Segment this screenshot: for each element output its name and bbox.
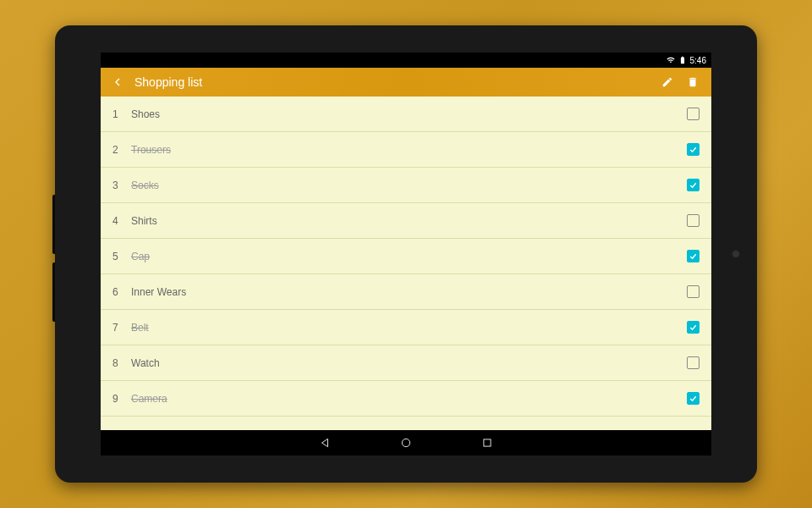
- status-bar: 5:46: [101, 52, 711, 68]
- status-time: 5:46: [690, 56, 706, 65]
- list-item[interactable]: 1Shoes: [101, 97, 711, 132]
- item-checkbox[interactable]: [687, 356, 700, 369]
- item-checkbox[interactable]: [687, 285, 700, 298]
- item-number: 6: [112, 286, 128, 298]
- check-icon: [689, 251, 698, 261]
- check-icon: [689, 394, 698, 403]
- trash-icon: [687, 76, 699, 88]
- chevron-left-icon: [111, 75, 124, 89]
- item-checkbox[interactable]: [687, 143, 700, 156]
- item-checkbox[interactable]: [687, 108, 700, 120]
- svg-rect-2: [484, 439, 491, 446]
- app-bar: Shopping list: [101, 68, 711, 97]
- circle-home-icon: [400, 437, 412, 449]
- item-number: 7: [112, 322, 128, 334]
- nav-recent-button[interactable]: [480, 436, 494, 450]
- item-number: 2: [112, 144, 128, 156]
- list-item[interactable]: 8Watch: [101, 345, 711, 381]
- list-item[interactable]: 2Trousers: [101, 132, 711, 168]
- list-item[interactable]: 9Camera: [101, 381, 711, 417]
- battery-icon: [678, 56, 687, 64]
- square-recent-icon: [481, 437, 493, 449]
- item-checkbox[interactable]: [687, 179, 700, 191]
- item-label: Shirts: [131, 215, 687, 227]
- nav-home-button[interactable]: [399, 436, 413, 450]
- nav-back-button[interactable]: [318, 436, 332, 450]
- tablet-frame: 5:46 Shopping list 1Shoes2Trousers3Socks…: [55, 25, 757, 483]
- tablet-camera: [732, 250, 740, 258]
- item-label: Cap: [131, 251, 687, 262]
- item-number: 8: [112, 357, 128, 369]
- delete-button[interactable]: [683, 72, 703, 92]
- item-label: Shoes: [131, 108, 687, 120]
- navigation-bar: [101, 430, 711, 456]
- list-item[interactable]: 6Inner Wears: [101, 274, 711, 310]
- pencil-icon: [661, 76, 673, 88]
- triangle-back-icon: [319, 437, 331, 449]
- wifi-icon: [667, 56, 675, 64]
- item-label: Socks: [131, 179, 687, 191]
- item-label: Trousers: [131, 144, 687, 156]
- edit-button[interactable]: [657, 72, 678, 92]
- screen: 5:46 Shopping list 1Shoes2Trousers3Socks…: [101, 52, 711, 456]
- item-checkbox[interactable]: [687, 214, 700, 227]
- list-item[interactable]: 4Shirts: [101, 203, 711, 239]
- item-number: 9: [112, 393, 128, 405]
- page-title: Shopping list: [134, 75, 202, 89]
- check-icon: [689, 145, 698, 154]
- item-checkbox[interactable]: [687, 321, 700, 334]
- item-number: 3: [112, 179, 128, 191]
- item-label: Camera: [131, 393, 687, 405]
- svg-point-1: [402, 439, 409, 446]
- item-checkbox[interactable]: [687, 250, 700, 262]
- back-button[interactable]: [109, 74, 126, 91]
- item-label: Belt: [131, 322, 687, 334]
- item-label: Watch: [131, 357, 687, 369]
- item-label: Inner Wears: [131, 286, 687, 298]
- tablet-volume-up: [52, 195, 55, 254]
- item-number: 5: [112, 251, 128, 262]
- tablet-volume-down: [52, 262, 55, 322]
- check-icon: [689, 180, 698, 190]
- shopping-list[interactable]: 1Shoes2Trousers3Socks4Shirts5Cap6Inner W…: [101, 97, 711, 430]
- item-number: 1: [112, 108, 128, 120]
- list-item[interactable]: 5Cap: [101, 239, 711, 274]
- item-checkbox[interactable]: [687, 392, 700, 405]
- list-item[interactable]: 7Belt: [101, 310, 711, 345]
- check-icon: [689, 323, 698, 332]
- list-item[interactable]: 3Socks: [101, 168, 711, 203]
- svg-marker-0: [322, 439, 328, 446]
- item-number: 4: [112, 215, 128, 227]
